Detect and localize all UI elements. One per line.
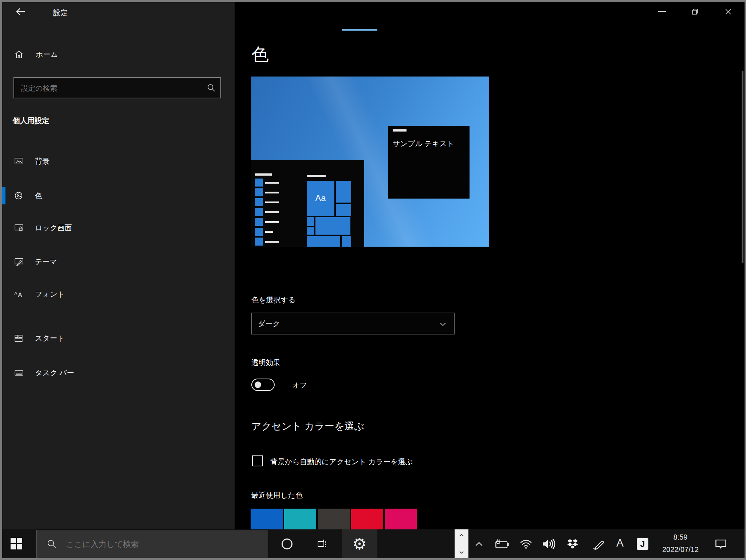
sidebar-item-home[interactable]: ホーム (14, 48, 58, 60)
settings-active-underline (342, 29, 377, 31)
font-icon: A A (14, 289, 23, 299)
transparency-state: オフ (292, 380, 307, 390)
transparency-toggle[interactable] (251, 379, 275, 391)
hidden-icons-chevron-icon[interactable] (474, 539, 484, 550)
sidebar-item-label: 色 (35, 191, 42, 201)
sidebar-item-label: テーマ (35, 257, 57, 267)
sidebar-item-label: フォント (35, 289, 65, 299)
back-button[interactable] (15, 6, 26, 17)
taskbar-search-box[interactable] (36, 530, 268, 558)
screen-border-top (0, 0, 746, 2)
taskbar-search-input[interactable] (65, 530, 256, 559)
taskbar-clock[interactable]: 8:59 2022/07/12 (651, 529, 710, 558)
recent-color-swatch-blue[interactable] (251, 509, 283, 529)
sidebar-item-label: ホーム (36, 50, 58, 59)
sidebar-item-label: スタート (35, 333, 64, 343)
color-mode-dropdown[interactable]: ダーク (251, 313, 455, 334)
screen-border-bottom (0, 558, 746, 560)
settings-app-button[interactable]: ⚙ (342, 529, 377, 558)
task-view-icon (315, 538, 327, 550)
svg-text:A: A (18, 291, 23, 299)
accent-color-heading: アクセント カラーを選ぶ (251, 420, 364, 433)
sidebar-item-background[interactable]: 背景 (14, 156, 50, 166)
ime-ja-icon[interactable]: J (637, 538, 648, 550)
minimize-icon (658, 11, 666, 12)
sidebar-item-lock-screen[interactable]: ロック画面 (14, 223, 72, 233)
window-title: 設定 (53, 8, 68, 18)
sidebar-item-start[interactable]: スタート (14, 333, 64, 343)
chevron-down-icon (439, 320, 447, 329)
content-scrollbar-thumb[interactable] (742, 71, 743, 263)
task-view-button[interactable] (310, 534, 332, 554)
preview-sample-text: サンプル テキスト (393, 139, 454, 149)
sidebar-item-fonts[interactable]: A A フォント (14, 289, 65, 299)
dropbox-icon[interactable] (566, 538, 579, 550)
sidebar-item-colors[interactable]: 色 (14, 191, 42, 201)
clock-date: 2022/07/12 (651, 545, 710, 554)
recent-color-swatch-red[interactable] (351, 509, 383, 529)
toggle-knob (255, 381, 261, 388)
color-mode-label: 色を選択する (251, 295, 295, 305)
pen-icon[interactable] (592, 537, 605, 550)
screen-border-left (0, 0, 2, 560)
close-button[interactable] (715, 3, 741, 20)
page-title: 色 (251, 43, 269, 66)
recent-color-swatch-teal[interactable] (284, 509, 316, 529)
palette-icon (14, 191, 23, 200)
taskbar: ⚙ (0, 529, 746, 558)
preview-sample-window: サンプル テキスト (388, 126, 470, 199)
svg-text:A: A (14, 291, 17, 296)
battery-icon[interactable] (494, 537, 510, 551)
color-mode-value: ダーク (258, 313, 280, 334)
volume-icon[interactable] (541, 537, 557, 551)
gear-icon: ⚙ (352, 536, 366, 552)
scroll-down-icon[interactable] (459, 549, 464, 555)
taskbar-mini-scrollbar[interactable] (455, 529, 468, 558)
sidebar-item-label: 背景 (35, 156, 50, 166)
selected-item-accent-bar (2, 187, 5, 204)
search-icon (46, 539, 57, 549)
screen-border-right (745, 0, 746, 560)
cortana-button[interactable] (277, 534, 297, 554)
back-arrow-icon (15, 6, 26, 17)
clock-time: 8:59 (651, 533, 710, 541)
windows-logo-icon (10, 537, 28, 550)
start-layout-icon (14, 333, 23, 343)
settings-search-input[interactable] (20, 78, 196, 98)
sidebar-item-themes[interactable]: テーマ (14, 256, 57, 267)
start-button[interactable] (10, 537, 28, 552)
preview-window-titlebar-line (393, 129, 407, 132)
auto-accent-checkbox[interactable] (252, 455, 263, 466)
recent-colors-label: 最近使用した色 (251, 490, 303, 500)
transparency-label: 透明効果 (251, 358, 280, 368)
wifi-icon[interactable] (519, 538, 533, 550)
home-icon (14, 49, 24, 59)
ime-mode-icon[interactable]: A (616, 537, 624, 549)
notification-center-icon[interactable] (714, 537, 728, 551)
lock-screen-icon (14, 223, 23, 232)
image-icon (14, 156, 23, 166)
sidebar-item-label: ロック画面 (35, 223, 72, 233)
preview-start-menu: Aa (251, 160, 364, 247)
sidebar-item-taskbar[interactable]: タスク バー (14, 368, 74, 378)
search-icon[interactable] (207, 83, 216, 93)
theme-preview: サンプル テキスト Aa (251, 77, 489, 247)
cortana-icon (282, 539, 292, 549)
sidebar-item-label: タスク バー (35, 368, 74, 378)
auto-accent-label: 背景から自動的にアクセント カラーを選ぶ (270, 457, 413, 467)
restore-button[interactable] (682, 3, 708, 20)
taskbar-icon (14, 368, 23, 377)
sidebar-section-title: 個人用設定 (13, 116, 49, 126)
theme-icon (14, 257, 23, 266)
restore-icon (691, 7, 699, 16)
recent-color-swatch-pink[interactable] (385, 509, 417, 529)
close-icon (724, 7, 733, 16)
recent-color-swatch-gray[interactable] (318, 509, 350, 529)
minimize-button[interactable] (649, 3, 675, 20)
settings-search-box[interactable] (13, 77, 221, 98)
preview-aa-tile-label: Aa (315, 193, 326, 203)
scroll-up-icon[interactable] (459, 532, 464, 538)
